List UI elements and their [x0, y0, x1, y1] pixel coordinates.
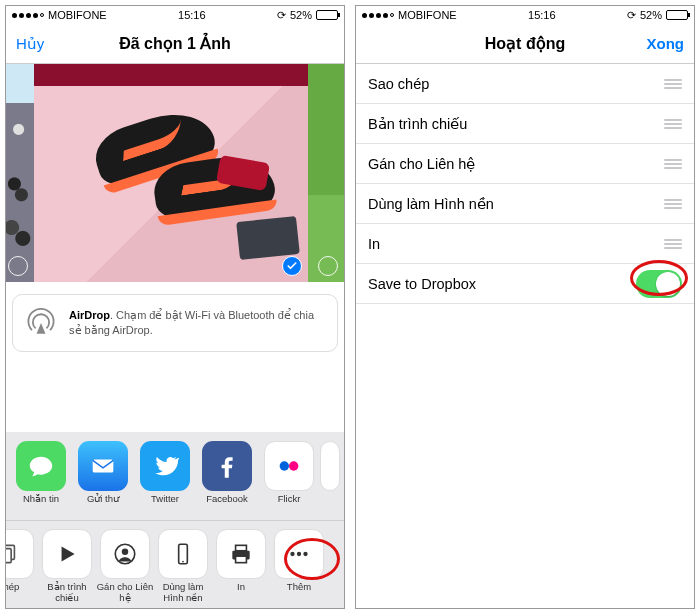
action-wallpaper[interactable]: Dùng làm Hình nền: [154, 529, 212, 604]
row-save-to-dropbox[interactable]: Save to Dropbox: [356, 264, 694, 304]
copy-icon: [5, 529, 34, 579]
reorder-grip-icon[interactable]: [664, 159, 682, 169]
status-bar: MOBIFONE 15:16 ⟳ 52%: [6, 6, 344, 24]
svg-rect-0: [93, 459, 114, 472]
row-wallpaper[interactable]: Dùng làm Hình nền: [356, 184, 694, 224]
action-row: chép Bản trình chiếu Gán cho Liên hệ Dùn…: [5, 521, 344, 608]
svg-point-2: [289, 461, 298, 470]
carrier-label: MOBIFONE: [48, 9, 107, 21]
nav-bar: Hoạt động Xong: [356, 24, 694, 64]
reorder-grip-icon[interactable]: [664, 239, 682, 249]
action-copy[interactable]: chép: [5, 529, 38, 604]
nav-title: Đã chọn 1 Ảnh: [119, 34, 231, 53]
clock-label: 15:16: [178, 9, 206, 21]
printer-icon: [216, 529, 266, 579]
battery-icon: [316, 10, 338, 20]
svg-rect-10: [236, 545, 247, 550]
battery-pct: 52%: [290, 9, 312, 21]
play-icon: [42, 529, 92, 579]
cancel-button[interactable]: Hủy: [6, 24, 54, 63]
selection-check-icon: [282, 256, 302, 276]
airdrop-text: AirDrop. Chạm để bật Wi-Fi và Bluetooth …: [69, 308, 327, 338]
share-more-peek[interactable]: [320, 441, 340, 516]
carrier-label: MOBIFONE: [398, 9, 457, 21]
svg-point-1: [280, 461, 289, 470]
signal-dots-icon: [362, 13, 394, 18]
share-facebook[interactable]: Facebook: [196, 441, 258, 516]
row-assign-contact[interactable]: Gán cho Liên hệ: [356, 144, 694, 184]
svg-point-6: [122, 549, 129, 556]
clock-label: 15:16: [528, 9, 556, 21]
right-phone-activity-settings: MOBIFONE 15:16 ⟳ 52% Hoạt động Xong Sao …: [355, 5, 695, 609]
row-copy[interactable]: Sao chép: [356, 64, 694, 104]
action-more[interactable]: Thêm: [270, 529, 328, 604]
left-phone-share-sheet: MOBIFONE 15:16 ⟳ 52% Hủy Đã chọn 1 Ảnh: [5, 5, 345, 609]
phone-shape-icon: [158, 529, 208, 579]
photo-thumb-prev[interactable]: [6, 64, 34, 282]
share-twitter[interactable]: Twitter: [134, 441, 196, 516]
share-flickr[interactable]: Flickr: [258, 441, 320, 516]
photo-thumb-selected[interactable]: [34, 64, 308, 282]
share-messages[interactable]: Nhắn tin: [10, 441, 72, 516]
activity-list: Sao chép Bản trình chiếu Gán cho Liên hệ…: [356, 64, 694, 608]
toggle-switch-on[interactable]: [636, 270, 682, 298]
nav-bar: Hủy Đã chọn 1 Ảnh: [6, 24, 344, 64]
action-print[interactable]: In: [212, 529, 270, 604]
reorder-grip-icon[interactable]: [664, 79, 682, 89]
svg-rect-11: [236, 556, 247, 563]
action-assign-contact[interactable]: Gán cho Liên hệ: [96, 529, 154, 604]
svg-rect-4: [5, 549, 11, 563]
more-icon: [274, 529, 324, 579]
done-button[interactable]: Xong: [637, 24, 695, 63]
action-slideshow[interactable]: Bản trình chiếu: [38, 529, 96, 604]
reorder-grip-icon[interactable]: [664, 119, 682, 129]
status-bar: MOBIFONE 15:16 ⟳ 52%: [356, 6, 694, 24]
photo-thumb-next[interactable]: [308, 64, 344, 282]
airdrop-card[interactable]: AirDrop. Chạm để bật Wi-Fi và Bluetooth …: [12, 294, 338, 352]
selection-ring-icon: [318, 256, 338, 276]
nav-title: Hoạt động: [485, 34, 565, 53]
svg-point-12: [290, 552, 294, 556]
airdrop-icon: [23, 305, 59, 341]
svg-point-14: [303, 552, 307, 556]
rotation-lock-icon: ⟳: [627, 9, 636, 22]
photo-strip[interactable]: [6, 64, 344, 282]
svg-point-13: [297, 552, 301, 556]
share-mail[interactable]: Gửi thư: [72, 441, 134, 516]
rotation-lock-icon: ⟳: [277, 9, 286, 22]
battery-icon: [666, 10, 688, 20]
selection-ring-icon: [8, 256, 28, 276]
reorder-grip-icon[interactable]: [664, 199, 682, 209]
row-print[interactable]: In: [356, 224, 694, 264]
row-slideshow[interactable]: Bản trình chiếu: [356, 104, 694, 144]
contact-icon: [100, 529, 150, 579]
signal-dots-icon: [12, 13, 44, 18]
share-row: Nhắn tin Gửi thư Twitter Facebook: [6, 433, 344, 520]
battery-pct: 52%: [640, 9, 662, 21]
svg-point-8: [182, 561, 184, 563]
